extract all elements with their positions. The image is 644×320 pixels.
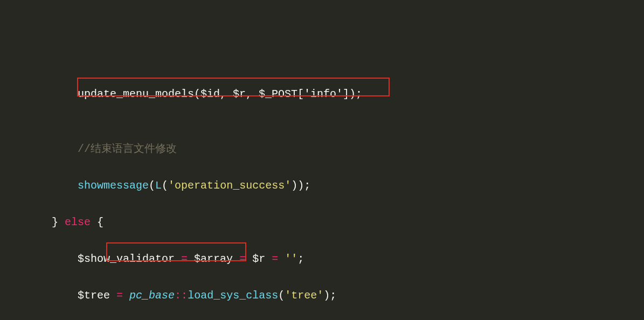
code-line: update_menu_models($id, $r, $_POST['info… (0, 85, 644, 103)
code-line: $tree = pc_base::load_sys_class('tree'); (0, 287, 644, 305)
comment-text: //结束语言文件修改 (78, 143, 177, 155)
code-line: //结束语言文件修改 (0, 140, 644, 158)
code-line: } else { (0, 213, 644, 232)
code-line: showmessage(L('operation_success')); (0, 177, 644, 195)
code-editor[interactable]: update_menu_models($id, $r, $_POST['info… (0, 67, 644, 320)
code-line: $show_validator = $array = $r = ''; (0, 250, 644, 268)
